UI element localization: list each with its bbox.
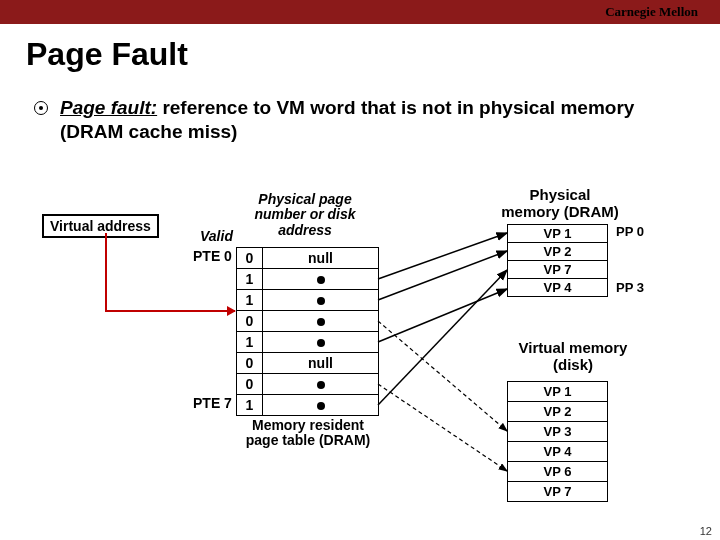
bullet-icon	[34, 101, 48, 115]
pp0-label: PP 0	[616, 224, 644, 239]
virtual-memory-header: Virtual memory (disk)	[518, 340, 628, 373]
vm-page: VP 1	[508, 382, 608, 402]
table-row: 1	[237, 269, 379, 290]
ptr-dot	[317, 381, 325, 389]
table-row: 1	[237, 332, 379, 353]
table-row: 0	[237, 311, 379, 332]
page-number: 12	[700, 525, 712, 537]
virtual-address-box: Virtual address	[42, 214, 159, 238]
institution-label: Carnegie Mellon	[605, 4, 698, 20]
table-row: 1	[237, 395, 379, 416]
svg-line-3	[378, 270, 507, 405]
table-row: 0	[237, 374, 379, 395]
ptr-dot	[317, 339, 325, 347]
column-header-ppn: Physical page number or disk address	[245, 192, 365, 238]
svg-line-2	[378, 289, 507, 342]
svg-line-4	[378, 321, 507, 431]
term-page-fault: Page fault:	[60, 97, 157, 118]
ptr-dot	[317, 276, 325, 284]
vm-page: VP 3	[508, 422, 608, 442]
ptr-dot	[317, 297, 325, 305]
vm-page: VP 7	[508, 482, 608, 502]
ptr-dot	[317, 402, 325, 410]
svg-line-1	[378, 251, 507, 300]
pp3-label: PP 3	[616, 280, 644, 295]
pm-frame: VP 4	[508, 279, 608, 297]
table-row: 1	[237, 290, 379, 311]
table-row: 0null	[237, 353, 379, 374]
vm-page: VP 4	[508, 442, 608, 462]
vm-page: VP 6	[508, 462, 608, 482]
virtual-address-pointer	[105, 233, 107, 312]
virtual-address-pointer-head	[105, 310, 235, 312]
vm-page: VP 2	[508, 402, 608, 422]
bullet-definition: Page fault: reference to VM word that is…	[34, 96, 674, 144]
pm-frame: VP 2	[508, 243, 608, 261]
pm-frame: VP 1	[508, 225, 608, 243]
physical-memory-table: VP 1 VP 2 VP 7 VP 4	[507, 224, 608, 297]
physical-memory-header: Physical memory (DRAM)	[500, 187, 620, 220]
page-table: 0null 1 1 0 1 0null 0 1	[236, 247, 379, 416]
page-table-caption: Memory resident page table (DRAM)	[243, 418, 373, 449]
svg-line-0	[378, 233, 507, 279]
virtual-memory-table: VP 1 VP 2 VP 3 VP 4 VP 6 VP 7	[507, 381, 608, 502]
svg-line-5	[378, 384, 507, 471]
page-title: Page Fault	[26, 36, 188, 73]
ptr-dot	[317, 318, 325, 326]
pte7-label: PTE 7	[193, 395, 232, 411]
bullet-text: Page fault: reference to VM word that is…	[60, 96, 674, 144]
pm-frame: VP 7	[508, 261, 608, 279]
pte0-label: PTE 0	[193, 248, 232, 264]
column-header-valid: Valid	[200, 228, 233, 244]
table-row: 0null	[237, 248, 379, 269]
